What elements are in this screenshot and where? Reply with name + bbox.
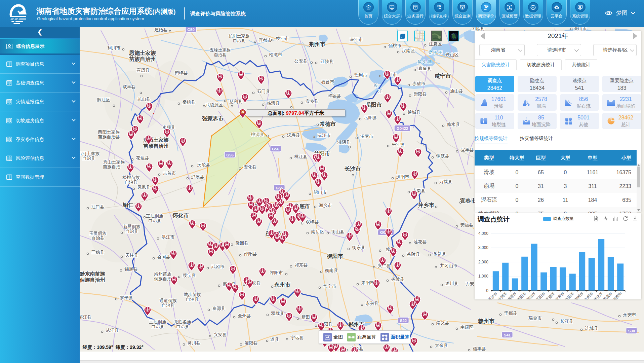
- svg-text:监利市: 监利市: [354, 73, 367, 78]
- svg-text:湘潭市: 湘潭市: [507, 291, 517, 299]
- svg-text:自治县: 自治县: [91, 235, 105, 241]
- svg-text:花垣县: 花垣县: [136, 155, 149, 160]
- svg-text:信丰县: 信丰县: [473, 346, 486, 351]
- svg-text:益阳市: 益阳市: [564, 291, 575, 299]
- svg-text:自治县: 自治县: [162, 303, 175, 308]
- svg-text:斧 头 湖: 斧 头 湖: [417, 60, 432, 64]
- svg-text:长沙市: 长沙市: [487, 291, 498, 299]
- svg-text:铜仁: 铜仁: [122, 202, 133, 208]
- svg-text:平江县: 平江县: [392, 142, 405, 147]
- svg-text:玉屏侗族: 玉屏侗族: [89, 231, 107, 236]
- svg-text:全州县: 全州县: [238, 313, 251, 318]
- svg-text:天柱县: 天柱县: [125, 253, 138, 258]
- svg-text:道县: 道县: [270, 337, 279, 342]
- svg-text:城步苗族: 城步苗族: [184, 292, 201, 297]
- svg-text:侗族自治: 侗族自治: [154, 276, 172, 281]
- svg-text:江口县: 江口县: [91, 204, 105, 209]
- svg-text:鹤峰县: 鹤峰县: [175, 70, 188, 75]
- svg-text:修水县: 修水县: [447, 122, 460, 127]
- svg-text:团风县: 团风县: [472, 27, 485, 31]
- svg-text:自治县: 自治县: [125, 180, 138, 185]
- svg-text:自治县: 自治县: [176, 324, 189, 329]
- svg-text:S41: S41: [504, 333, 511, 337]
- svg-text:三江侗族: 三江侗族: [149, 319, 166, 324]
- svg-text:万安: 万安: [466, 281, 474, 286]
- svg-text:苗族自治州: 苗族自治州: [143, 143, 169, 149]
- svg-text:凤凰县: 凤凰县: [137, 185, 151, 190]
- svg-text:桃江县: 桃江县: [294, 154, 308, 159]
- svg-text:G56: G56: [272, 147, 279, 151]
- svg-text:吉首市: 吉首市: [163, 171, 176, 176]
- svg-text:安乡县: 安乡县: [306, 99, 319, 104]
- svg-text:黎平县: 黎平县: [120, 295, 133, 300]
- svg-text:永安市: 永安市: [623, 312, 636, 317]
- svg-text:S22: S22: [400, 319, 407, 323]
- svg-text:华容县: 华容县: [328, 93, 341, 98]
- svg-text:临澧县: 临澧县: [267, 101, 280, 106]
- svg-text:隆回县: 隆回县: [236, 241, 249, 246]
- svg-text:桃源县: 桃源县: [251, 132, 264, 137]
- svg-text:潜山市: 潜山市: [574, 27, 587, 31]
- svg-text:常德市: 常德市: [320, 121, 336, 127]
- svg-text:铁山区: 铁山区: [445, 52, 459, 57]
- svg-text:祁阳市: 祁阳市: [270, 270, 283, 275]
- svg-text:通山县: 通山县: [450, 88, 463, 94]
- svg-text:岳阳县: 岳阳县: [364, 115, 377, 120]
- svg-text:永兴县: 永兴县: [366, 301, 379, 306]
- svg-text:江夏区: 江夏区: [429, 41, 442, 46]
- svg-text:株洲市: 株洲市: [497, 291, 508, 299]
- svg-text:邵阳县: 邵阳县: [244, 251, 257, 256]
- svg-text:炎陵县: 炎陵县: [391, 277, 404, 282]
- svg-text:娄底市: 娄底市: [602, 291, 613, 299]
- svg-text:洪江市: 洪江市: [162, 234, 175, 240]
- svg-text:衡阳市: 衡阳市: [516, 291, 527, 299]
- svg-text:咸宁市: 咸宁市: [434, 73, 451, 79]
- svg-text:怀化市: 怀化市: [593, 291, 604, 299]
- svg-text:灵川县: 灵川县: [188, 340, 201, 346]
- svg-text:兴安县: 兴安县: [214, 332, 227, 337]
- svg-text:枝江市: 枝江市: [276, 36, 289, 41]
- svg-text:绥宁县: 绥宁县: [183, 273, 196, 278]
- svg-text:黔东南苗族: 黔东南苗族: [80, 271, 106, 277]
- svg-text:衡东县: 衡东县: [352, 245, 365, 250]
- svg-text:通道侗族: 通道侗族: [159, 298, 177, 303]
- svg-text:长沙市: 长沙市: [345, 166, 361, 172]
- svg-text:萍乡市: 萍乡市: [418, 202, 434, 208]
- svg-text:连城县: 连城县: [585, 326, 598, 331]
- svg-text:自治县: 自治县: [82, 156, 95, 161]
- svg-text:汉寿县: 汉寿县: [287, 133, 300, 138]
- svg-text:武陵源区: 武陵源区: [205, 102, 223, 107]
- svg-text:沅江市: 沅江市: [317, 133, 331, 138]
- svg-text:自治县: 自治县: [233, 38, 245, 43]
- svg-text:安福县: 安福县: [460, 222, 474, 227]
- svg-text:4,000: 4,000: [478, 231, 488, 236]
- svg-text:韶山市: 韶山市: [313, 190, 327, 195]
- svg-text:武冈市: 武冈市: [211, 264, 225, 269]
- svg-text:铜鼓县: 铜鼓县: [436, 153, 449, 158]
- svg-text:耒阳市: 耒阳市: [361, 280, 374, 285]
- svg-text:灌阳县: 灌阳县: [245, 340, 258, 346]
- svg-text:建始县: 建始县: [154, 27, 168, 32]
- svg-text:锦屏县: 锦屏县: [124, 266, 138, 271]
- svg-text:衡阳市: 衡阳市: [327, 253, 343, 259]
- svg-text:梁 子 湖: 梁 子 湖: [428, 50, 443, 55]
- svg-text:石首市: 石首市: [321, 79, 334, 84]
- svg-text:自治县: 自治县: [125, 229, 138, 234]
- svg-text:长汀县: 长汀县: [560, 319, 573, 324]
- svg-text:怀化市: 怀化市: [172, 212, 189, 218]
- svg-text:湘阴县: 湘阴县: [337, 140, 351, 145]
- svg-text:1,000: 1,000: [478, 274, 488, 279]
- svg-text:苗族自治州: 苗族自治州: [129, 56, 156, 62]
- svg-text:从江县: 从江县: [106, 328, 119, 333]
- svg-text:沿河土家族: 沿河土家族: [80, 151, 100, 156]
- svg-text:靖州苗族: 靖州苗族: [154, 271, 171, 277]
- svg-text:井冈山市: 井冈山市: [440, 263, 457, 268]
- svg-text:岳阳市: 岳阳市: [366, 102, 382, 108]
- svg-text:自治县: 自治县: [148, 218, 161, 223]
- svg-text:G56: G56: [226, 153, 234, 157]
- svg-text:邵阳市: 邵阳市: [525, 291, 536, 299]
- svg-text:永州市: 永州市: [274, 282, 290, 288]
- svg-text:常德市: 常德市: [545, 291, 556, 299]
- svg-text:通城县: 通城县: [408, 110, 421, 115]
- svg-text:3,000: 3,000: [478, 245, 488, 250]
